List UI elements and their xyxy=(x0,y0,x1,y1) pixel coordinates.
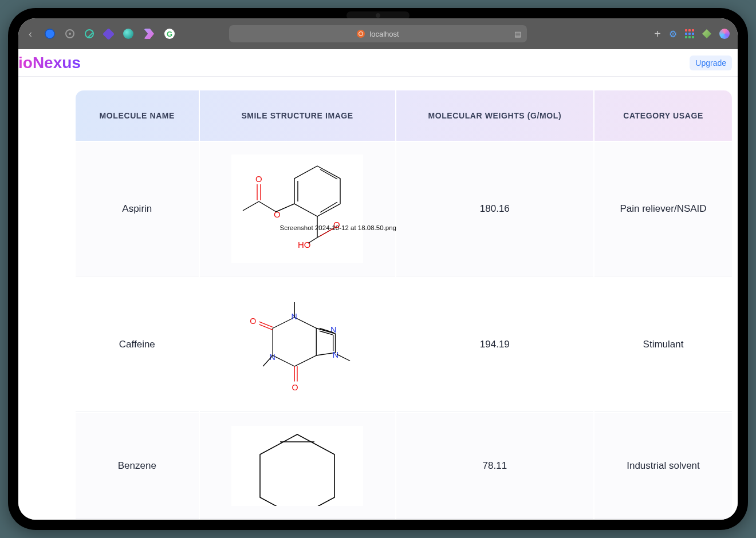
favicon-3[interactable] xyxy=(85,29,94,38)
table-row: Aspirin xyxy=(76,142,732,276)
svg-line-19 xyxy=(259,322,273,327)
svg-text:O: O xyxy=(255,174,262,184)
new-tab-icon[interactable]: + xyxy=(654,27,661,41)
shield-icon[interactable]: ⚙︎ xyxy=(669,29,677,39)
leaf-icon[interactable] xyxy=(702,29,711,38)
svg-text:O: O xyxy=(274,209,281,219)
app-header: ioNexus Upgrade xyxy=(18,49,738,77)
cell-weight: 180.16 xyxy=(396,142,593,276)
favicon-7[interactable]: G xyxy=(164,29,175,39)
cell-structure: O O O HO Screenshot 2024-10-12 at 18.08.… xyxy=(200,142,395,276)
cell-name: Caffeine xyxy=(76,278,199,412)
cell-usage: Industrial solvent xyxy=(594,413,732,519)
svg-marker-17 xyxy=(273,318,316,367)
structure-caffeine: O O N N N N xyxy=(231,290,363,399)
cell-structure: O O N N N N xyxy=(200,278,395,412)
cell-weight: 78.11 xyxy=(396,413,593,519)
screen: ‹ G localhost ▤ + ⚙︎ xyxy=(18,18,738,520)
svg-marker-0 xyxy=(294,166,340,216)
structure-aspirin: O O O HO Screenshot 2024-10-12 at 18.08.… xyxy=(231,155,363,263)
upgrade-button[interactable]: Upgrade xyxy=(690,56,732,70)
cell-usage: Stimulant xyxy=(594,278,732,412)
svg-text:HO: HO xyxy=(298,240,311,250)
favicon-5[interactable] xyxy=(123,29,133,39)
cell-name: Aspirin xyxy=(76,142,199,276)
favicon-6[interactable] xyxy=(144,29,154,39)
table-container: Molecule Name Smile Structure Image Mole… xyxy=(18,77,738,520)
structure-benzene xyxy=(231,426,363,506)
svg-line-31 xyxy=(337,354,350,361)
tablet-frame: ‹ G localhost ▤ + ⚙︎ xyxy=(8,8,748,530)
svg-text:N: N xyxy=(270,353,275,362)
favicon-4[interactable] xyxy=(103,27,115,39)
back-icon[interactable]: ‹ xyxy=(26,28,34,40)
table-row: Benzene xyxy=(76,413,732,519)
favicon-2[interactable] xyxy=(65,29,74,38)
swirl-icon[interactable] xyxy=(719,29,730,39)
cell-usage: Pain reliever/NSAID xyxy=(594,142,732,276)
col-molecule-name[interactable]: Molecule Name xyxy=(76,90,199,141)
cell-structure xyxy=(200,413,395,519)
molecule-table: Molecule Name Smile Structure Image Mole… xyxy=(74,89,733,520)
cell-name: Benzene xyxy=(76,413,199,519)
table-row: Caffeine xyxy=(76,278,732,412)
structure-caption: Screenshot 2024-10-12 at 18.08.50.png xyxy=(280,224,396,231)
col-usage[interactable]: Category Usage xyxy=(594,90,732,141)
col-weight[interactable]: Molecular Weights (g/mol) xyxy=(396,90,593,141)
browser-chrome: ‹ G localhost ▤ + ⚙︎ xyxy=(18,18,738,49)
address-bar[interactable]: localhost ▤ xyxy=(229,25,527,42)
svg-text:O: O xyxy=(292,383,298,392)
favicon-1[interactable] xyxy=(45,29,55,39)
browser-right-icons: + ⚙︎ xyxy=(654,27,730,41)
page: ioNexus Upgrade Molecule Name Smile Stru… xyxy=(18,49,738,520)
col-structure[interactable]: Smile Structure Image xyxy=(200,90,395,141)
address-url: localhost xyxy=(369,30,399,38)
svg-line-1 xyxy=(320,169,337,179)
site-identity-icon xyxy=(357,30,365,38)
svg-text:N: N xyxy=(330,325,336,334)
brand-logo[interactable]: ioNexus xyxy=(18,54,81,72)
table-body: Aspirin xyxy=(76,142,732,519)
svg-text:O: O xyxy=(250,317,256,326)
svg-marker-34 xyxy=(260,434,334,506)
cell-weight: 194.19 xyxy=(396,278,593,412)
reader-mode-icon[interactable]: ▤ xyxy=(514,30,521,38)
svg-line-20 xyxy=(259,325,273,330)
tab-favicons: G xyxy=(45,29,175,39)
grid-icon[interactable] xyxy=(685,29,694,38)
svg-line-9 xyxy=(243,201,259,211)
table-header: Molecule Name Smile Structure Image Mole… xyxy=(76,90,732,141)
